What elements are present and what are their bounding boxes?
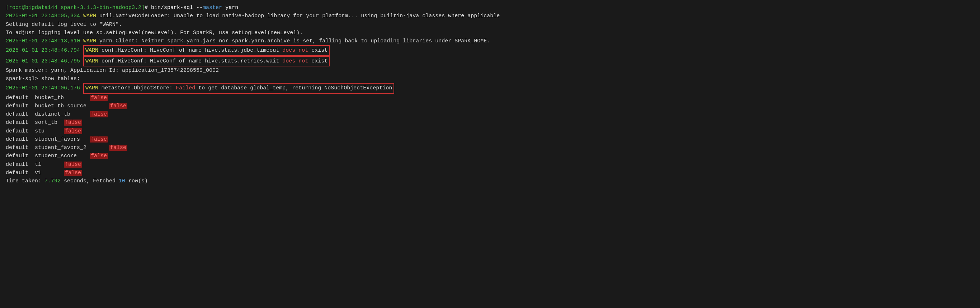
table-row-3: default sort_tb false: [6, 118, 974, 127]
log-line-9: 2025-01-01 23:49:06,176 WARN metastore.O…: [6, 83, 974, 93]
footer-line: Time taken: 7.792 seconds, Fetched 10 ro…: [6, 177, 974, 185]
warn4: WARN: [83, 38, 96, 44]
prompt-line: [root@bigdata144 spark-3.1.3-bin-hadoop3…: [6, 3, 974, 12]
table-row-2: default distinct_tb false: [6, 110, 974, 118]
failed-text: Failed: [176, 85, 195, 91]
ts5: 2025-01-01 23:48:46,794: [6, 47, 80, 53]
boxed-warn-6: WARN conf.HiveConf: HiveConf of name hiv…: [83, 56, 330, 66]
false-badge-9: false: [64, 170, 82, 176]
table-row-9: default v1 false: [6, 169, 974, 177]
log-line-7: Spark master: yarn, Application Id: appl…: [6, 66, 974, 75]
warn5: WARN: [85, 47, 98, 53]
false-badge-7: false: [90, 153, 108, 159]
boxed-warn-9: WARN metastore.ObjectStore: Failed to ge…: [83, 83, 394, 93]
table-row-7: default student_score false: [6, 152, 974, 160]
ts1: 2025-01-01 23:48:05,334: [6, 13, 80, 19]
warn1: WARN: [83, 13, 96, 19]
ts6: 2025-01-01 23:48:46,795: [6, 58, 80, 64]
false-badge-6: false: [109, 145, 127, 151]
time-value: 7.792: [45, 178, 60, 184]
does-not-6: does not: [282, 58, 308, 64]
table-row-5: default student_favors false: [6, 135, 974, 144]
ts9: 2025-01-01 23:49:06,176: [6, 85, 80, 91]
log-line-3: To adjust logging level use sc.setLogLev…: [6, 29, 974, 37]
log-line-4: 2025-01-01 23:48:13,610 WARN yarn.Client…: [6, 37, 974, 45]
warn6: WARN: [85, 58, 98, 64]
false-badge-4: false: [64, 128, 82, 134]
prompt-hash: # bin/spark-sql --: [145, 5, 203, 11]
warn9: WARN: [85, 85, 98, 91]
false-badge-1: false: [109, 103, 127, 109]
does-not-5: does not: [282, 47, 308, 53]
false-badge-5: false: [90, 136, 108, 142]
sql-prompt-line: spark-sql> show tables;: [6, 75, 974, 83]
where-text: where: [448, 13, 464, 19]
row-count: 10: [119, 178, 125, 184]
log-line-5: 2025-01-01 23:48:46,794 WARN conf.HiveCo…: [6, 45, 974, 56]
prompt-bracket: [root@bigdata144 spark-3.1.3-bin-hadoop3…: [6, 5, 145, 11]
log-line-2: Setting default log level to "WARN".: [6, 21, 974, 29]
prompt-yarn: yarn: [222, 5, 238, 11]
table-row-1: default bucket_tb_source false: [6, 102, 974, 110]
false-badge-2: false: [90, 111, 108, 117]
table-row-0: default bucket_tb false: [6, 94, 974, 102]
false-badge-8: false: [64, 161, 82, 168]
table-row-8: default t1 false: [6, 160, 974, 169]
log-line-1: 2025-01-01 23:48:05,334 WARN util.Native…: [6, 12, 974, 20]
ts4: 2025-01-01 23:48:13,610: [6, 38, 80, 44]
table-row-6: default student_favors_2 false: [6, 144, 974, 152]
false-badge-3: false: [64, 120, 82, 126]
boxed-warn-5: WARN conf.HiveConf: HiveConf of name hiv…: [83, 45, 330, 56]
prompt-flag: master: [203, 5, 222, 11]
false-badge-0: false: [90, 95, 108, 101]
table-row-4: default stu false: [6, 127, 974, 135]
log-line-6: 2025-01-01 23:48:46,795 WARN conf.HiveCo…: [6, 56, 974, 66]
